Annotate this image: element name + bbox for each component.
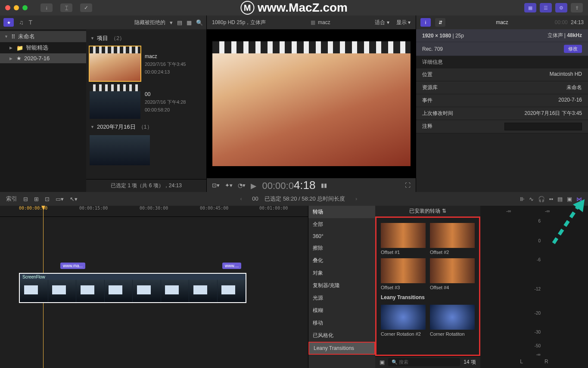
timeline-toolbar: 索引 ⊟ ⊞ ⊡ ▭▾ ↖▾ ‹ 00 已选定 58:20 / 58:20 总时…: [0, 192, 588, 206]
effects-browser-icon[interactable]: ▣: [567, 196, 572, 202]
audio-skimming-icon[interactable]: ∿: [529, 196, 534, 202]
details-header: 详细信息: [416, 56, 588, 68]
timeline-tracks[interactable]: www.ma... www.... ScreenFlow: [0, 217, 308, 368]
audio-meters: -∞ -∞ 6 0 -6 -12 -20 -30 -50 -∞ LR: [480, 206, 588, 368]
library-toolbar: ★ ♫ T 隐藏被拒绝的 ▾ ▤ ▦ 🔍: [0, 15, 206, 29]
info-location: 位置Macintosh HD: [416, 68, 588, 81]
project-item[interactable]: 00 2020/7/16 下午4:28 00:00:58:20: [90, 83, 203, 121]
library-root[interactable]: ▼ ⠿ 未命名: [0, 31, 86, 42]
search-icon[interactable]: 🔍: [196, 19, 203, 26]
theme-icon[interactable]: ▣: [380, 359, 385, 365]
snapping-icon[interactable]: ▪▪: [549, 196, 553, 202]
filter-dropdown[interactable]: 隐藏被拒绝的: [134, 19, 165, 26]
transition-item[interactable]: Corner Rotatiton: [430, 305, 475, 337]
transition-item[interactable]: Offset #3: [381, 258, 426, 290]
transform-tool[interactable]: ⊡▾: [212, 182, 220, 189]
projects-header[interactable]: ▼ 项目 （2）: [90, 32, 203, 45]
viewer-controls: ⊡▾ ✦▾ ◔▾ ▶ 00:00:04:18 ▮▮ ⛶: [207, 178, 416, 192]
project-item[interactable]: macz 2020/7/16 下午3:45 00:00:24:13: [90, 45, 203, 83]
cat-blurs[interactable]: 模糊: [308, 304, 375, 317]
project-thumb[interactable]: [90, 84, 140, 119]
append-clip-icon[interactable]: ⊡: [45, 196, 50, 202]
inspector-title: macz: [496, 19, 508, 25]
cat-header: 转场: [308, 206, 375, 218]
info-modified: 上次修改时间2020年7月16日 下午3:45: [416, 107, 588, 120]
cat-stylized[interactable]: 已风格化: [308, 329, 375, 342]
minimize-window[interactable]: [14, 5, 19, 10]
keyword-button[interactable]: ⌶: [60, 3, 72, 12]
library-media-button[interactable]: ★: [3, 18, 14, 27]
connect-clip-icon[interactable]: ⊟: [23, 196, 28, 202]
clip-filmstrip-icon[interactable]: ▤: [177, 19, 182, 26]
layout-list-button[interactable]: ☰: [540, 3, 552, 12]
tools-dropdown[interactable]: ↖▾: [70, 196, 78, 202]
watermark: M www.MacZ.com: [240, 1, 348, 15]
clip-list-icon[interactable]: ▦: [187, 19, 192, 26]
color-tool[interactable]: ✦▾: [225, 182, 233, 189]
index-button[interactable]: 索引: [6, 195, 17, 203]
notes-input[interactable]: [504, 123, 582, 130]
transitions-gallery: Offset #1 Offset #2 Offset #3 Offset #4 …: [375, 216, 480, 356]
cat-all[interactable]: 全部: [308, 218, 375, 231]
transition-item[interactable]: Offset #2: [430, 223, 475, 255]
bg-tasks-button[interactable]: ✓: [80, 3, 92, 12]
info-inspector-button[interactable]: i: [420, 18, 431, 27]
transitions-search[interactable]: 🔍 搜索: [388, 358, 460, 366]
fit-dropdown[interactable]: 适合 ▾: [375, 19, 389, 26]
import-button[interactable]: ↓: [40, 3, 53, 12]
share-inspector-button[interactable]: ⇵: [435, 18, 445, 27]
loop-icon[interactable]: ▮▮: [321, 182, 327, 189]
retime-tool[interactable]: ◔▾: [238, 182, 246, 189]
cat-lights[interactable]: 光源: [308, 292, 375, 304]
sidebar-smart-collection[interactable]: ▶📁 智能精选: [0, 42, 86, 53]
layout-clips-button[interactable]: ▦: [524, 3, 536, 12]
lane-icon[interactable]: ▤: [557, 196, 563, 202]
viewer-timecode: ▶ 00:00:04:18: [251, 179, 316, 192]
transitions-browser-icon[interactable]: ⋈: [576, 196, 582, 202]
solo-icon[interactable]: 🎧: [538, 196, 545, 202]
cat-replicator[interactable]: 复制器/克隆: [308, 279, 375, 292]
share-button[interactable]: ⇪: [571, 3, 583, 12]
cat-objects[interactable]: 对象: [308, 267, 375, 279]
inspector-timecode: 00:00 24:13: [555, 19, 584, 25]
insert-clip-icon[interactable]: ⊞: [34, 196, 39, 202]
transitions-section: Leany Transitions: [376, 293, 479, 302]
title-bar: ↓ ⌶ ✓ M www.MacZ.com ▦ ☰ ⚙ ⇪: [0, 0, 588, 15]
timeline-panel[interactable]: 00:00:00:00 00:00:15:00 00:00:30:00 00:0…: [0, 206, 308, 368]
info-notes: 注释: [416, 120, 588, 133]
sb-eight-icon: ⠿: [11, 34, 16, 40]
transitions-filter[interactable]: 已安装的转场 ⇅: [375, 206, 480, 216]
transition-item[interactable]: Offset #4: [430, 258, 475, 290]
transition-item[interactable]: Corner Rotation #2: [381, 305, 426, 337]
overwrite-clip-icon[interactable]: ▭▾: [56, 196, 64, 202]
skimming-icon[interactable]: ⊪: [520, 196, 525, 202]
marker[interactable]: www.ma...: [60, 263, 85, 269]
modify-button[interactable]: 修改: [564, 45, 582, 53]
titles-icon[interactable]: T: [29, 19, 33, 26]
marker[interactable]: www....: [222, 263, 241, 269]
viewer-format: 1080p HD 25p，立体声: [212, 19, 266, 26]
clip-item[interactable]: [90, 133, 203, 167]
transitions-categories: 转场 全部 360° 擦除 叠化 对象 复制器/克隆 光源 模糊 移动 已风格化…: [308, 206, 375, 368]
display-dropdown[interactable]: 显示 ▾: [396, 19, 411, 26]
close-window[interactable]: [5, 5, 10, 10]
fullscreen-icon[interactable]: ⛶: [405, 182, 411, 189]
timeline-ruler[interactable]: 00:00:00:00 00:00:15:00 00:00:30:00 00:0…: [0, 206, 308, 217]
cat-leany[interactable]: Leany Transitions: [309, 343, 374, 354]
info-event: 事件2020-7-16: [416, 94, 588, 107]
timeline-clip[interactable]: ScreenFlow: [19, 273, 246, 303]
project-thumb[interactable]: [90, 46, 140, 81]
clip-thumb[interactable]: [90, 135, 150, 165]
transition-item[interactable]: Offset #1: [381, 223, 426, 255]
date-header[interactable]: ▼ 2020年7月16日 （1）: [90, 121, 203, 133]
zoom-window[interactable]: [22, 5, 28, 10]
cat-wipes[interactable]: 擦除: [308, 242, 375, 254]
photos-icon[interactable]: ♫: [19, 19, 24, 26]
sidebar-event[interactable]: ▶★ 2020-7-16: [0, 53, 86, 63]
cat-dissolves[interactable]: 叠化: [308, 254, 375, 267]
transitions-count: 14 项: [464, 359, 476, 366]
cat-360[interactable]: 360°: [308, 231, 375, 242]
viewer-canvas[interactable]: [207, 29, 416, 178]
cat-movements[interactable]: 移动: [308, 317, 375, 329]
layout-sliders-button[interactable]: ⚙: [555, 3, 567, 12]
